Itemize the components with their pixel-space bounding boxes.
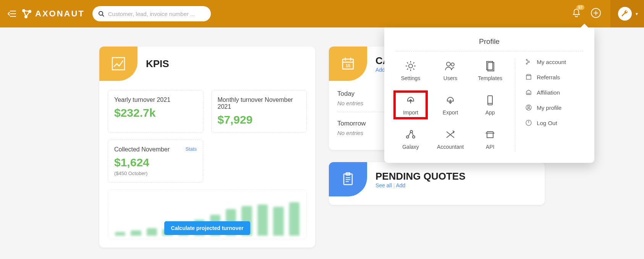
kpi-tile: Stats Collected November $1,624 ($450 Oc… xyxy=(108,140,203,183)
templates-icon xyxy=(484,60,496,72)
svg-point-21 xyxy=(451,63,454,66)
logo[interactable]: AXONAUT xyxy=(21,8,85,20)
dropdown-tile-label: Accountant xyxy=(437,144,464,150)
referrals-icon xyxy=(525,74,532,80)
dropdown-tile-label: Export xyxy=(443,109,458,116)
dropdown-link-affiliation[interactable]: Affiliation xyxy=(525,89,566,96)
dropdown-link-account[interactable]: My account xyxy=(525,58,566,65)
import-icon xyxy=(405,94,417,106)
kpi-tile: Monthly turnover November 2021 $7,929 xyxy=(211,90,307,133)
logo-text: AXONAUT xyxy=(35,9,85,19)
svg-text:15: 15 xyxy=(346,63,350,68)
dropdown-tile-import[interactable]: Import xyxy=(396,93,426,117)
menu-icon xyxy=(8,10,16,17)
dropdown-tile-settings[interactable]: Settings xyxy=(396,58,426,83)
kpi-value: $7,929 xyxy=(218,113,301,126)
pending-quotes-card: PENDING QUOTES See all | Add xyxy=(329,162,545,205)
kpi-note: ($450 October) xyxy=(114,171,197,176)
chart-bar xyxy=(131,230,141,236)
svg-rect-33 xyxy=(526,76,531,79)
stats-link[interactable]: Stats xyxy=(185,146,197,152)
search-input[interactable] xyxy=(108,11,205,17)
dropdown-tile-accountant[interactable]: Accountant xyxy=(435,127,465,151)
search-icon xyxy=(99,11,104,17)
dropdown-tile-app[interactable]: App xyxy=(475,93,505,117)
svg-point-3 xyxy=(99,11,103,15)
dropdown-link-profile[interactable]: My profile xyxy=(525,104,566,111)
topbar: AXONAUT 57 ▼ xyxy=(0,0,644,27)
dropdown-grid: SettingsUsersTemplatesImportExportAppGal… xyxy=(396,58,515,151)
quotes-icon-box xyxy=(329,162,367,196)
plus-icon xyxy=(591,8,601,18)
settings-icon xyxy=(405,60,417,72)
chevron-down-icon: ▼ xyxy=(635,12,639,16)
dropdown-link-label: My profile xyxy=(537,105,561,111)
dropdown-tile-galaxy[interactable]: Galaxy xyxy=(396,127,426,151)
dropdown-link-referrals[interactable]: Referrals xyxy=(525,74,566,80)
clipboard-icon xyxy=(340,172,356,187)
chart-bar xyxy=(257,204,268,236)
chart-bar xyxy=(115,232,125,236)
svg-point-20 xyxy=(447,62,450,66)
menu-toggle[interactable] xyxy=(8,10,16,17)
quotes-seeall-link[interactable]: See all xyxy=(375,182,392,188)
kpi-chart: Calculate projected turnover xyxy=(108,190,307,239)
dropdown-tile-label: Galaxy xyxy=(402,144,419,150)
kpi-tile: Yearly turnover 2021 $232.7k xyxy=(108,90,204,133)
wrench-icon xyxy=(621,10,629,18)
calendar-icon: 15 xyxy=(340,56,356,71)
notifications-button[interactable]: 57 xyxy=(571,8,581,19)
dropdown-tile-templates[interactable]: Templates xyxy=(475,58,505,83)
kpi-value: $1,624 xyxy=(114,156,197,169)
search-box[interactable] xyxy=(92,6,211,21)
users-icon xyxy=(444,60,456,72)
kpi-label: Collected November xyxy=(114,146,197,153)
app-icon xyxy=(484,94,496,106)
kpi-label: Yearly turnover 2021 xyxy=(114,97,197,103)
calendar-icon-box: 15 xyxy=(329,47,367,81)
dropdown-link-label: Referrals xyxy=(537,74,560,80)
dropdown-tile-export[interactable]: Export xyxy=(435,93,465,117)
kpi-value: $232.7k xyxy=(114,106,197,119)
calculate-turnover-button[interactable]: Calculate projected turnover xyxy=(164,221,251,235)
add-button[interactable] xyxy=(591,8,601,20)
dropdown-tile-label: Import xyxy=(403,109,418,116)
affiliation-icon xyxy=(525,89,532,96)
galaxy-icon xyxy=(405,129,417,141)
dropdown-link-label: Log Out xyxy=(537,120,557,126)
export-icon xyxy=(444,94,456,106)
dropdown-link-label: Affiliation xyxy=(537,89,560,96)
profile-icon xyxy=(525,104,532,111)
kpis-icon-box xyxy=(99,47,138,81)
svg-point-35 xyxy=(528,106,530,108)
account-icon xyxy=(525,58,532,65)
kpi-row-1: Yearly turnover 2021 $232.7k Monthly tur… xyxy=(108,90,307,133)
dropdown-link-label: My account xyxy=(537,59,566,65)
dropdown-tile-label: Templates xyxy=(478,75,502,81)
left-column: KPIS Yearly turnover 2021 $232.7k Monthl… xyxy=(99,47,315,248)
svg-point-28 xyxy=(413,136,415,138)
svg-rect-29 xyxy=(487,133,493,138)
kpi-row-2: Stats Collected November $1,624 ($450 Oc… xyxy=(108,140,307,183)
logo-icon xyxy=(21,8,33,20)
dropdown-list: My accountReferralsAffiliationMy profile… xyxy=(515,58,566,151)
kpis-title: KPIS xyxy=(146,58,169,70)
dropdown-title: Profile xyxy=(396,37,583,51)
chart-bar xyxy=(289,202,299,236)
settings-menu-toggle[interactable]: ▼ xyxy=(610,0,644,27)
dropdown-tile-users[interactable]: Users xyxy=(435,58,465,83)
api-icon xyxy=(484,129,496,141)
dropdown-tile-api[interactable]: API xyxy=(475,127,505,151)
kpi-label: Monthly turnover November 2021 xyxy=(218,97,301,110)
chart-bar xyxy=(147,228,157,236)
quotes-title: PENDING QUOTES xyxy=(375,171,465,182)
calendar-add-link[interactable]: Add xyxy=(375,67,385,73)
dropdown-tile-label: Users xyxy=(443,75,458,81)
notification-badge: 57 xyxy=(576,5,584,10)
dropdown-link-logout[interactable]: Log Out xyxy=(525,119,566,126)
logout-icon xyxy=(525,119,532,126)
svg-line-4 xyxy=(102,15,104,16)
svg-point-19 xyxy=(409,64,413,68)
dropdown-tile-label: API xyxy=(486,144,495,150)
quotes-add-link[interactable]: Add xyxy=(396,182,405,188)
